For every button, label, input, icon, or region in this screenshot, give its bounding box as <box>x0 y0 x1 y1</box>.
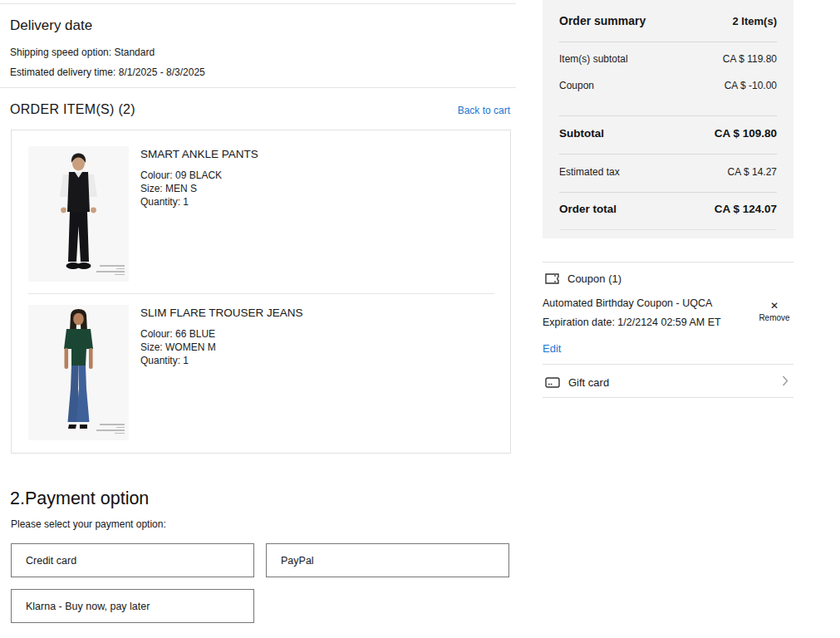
order-items-card: SMART ANKLE PANTS Colour: 09 BLACK Size:… <box>11 130 511 454</box>
gift-card-row[interactable]: Gift card <box>543 369 793 395</box>
coupon-title: Coupon (1) <box>567 272 621 285</box>
order-item-row: SLIM FLARE TROUSER JEANS Colour: 66 BLUE… <box>12 294 510 454</box>
summary-value: CA $ 119.80 <box>723 53 777 65</box>
item-info: SLIM FLARE TROUSER JEANS Colour: 66 BLUE… <box>140 305 303 440</box>
divider <box>559 192 777 193</box>
item-size: Size: WOMEN M <box>140 341 303 354</box>
close-icon: ✕ <box>754 301 794 311</box>
summary-label: Coupon <box>559 80 594 91</box>
payment-option-credit-card[interactable]: Credit card <box>11 543 254 577</box>
image-caption-lines <box>96 265 125 275</box>
back-to-cart-link[interactable]: Back to cart <box>458 105 510 116</box>
estimated-delivery-text: Estimated delivery time: 8/1/2025 - 8/3/… <box>10 66 205 78</box>
divider <box>559 154 777 155</box>
female-model-illustration <box>28 305 129 440</box>
item-quantity: Quantity: 1 <box>140 354 303 367</box>
checkout-page: Delivery date Shipping speed option: Sta… <box>0 0 840 638</box>
chevron-right-icon <box>782 375 788 390</box>
order-summary-title: Order summary <box>559 14 646 27</box>
item-name: SMART ANKLE PANTS <box>140 148 258 160</box>
payment-option-label: Klarna - Buy now, pay later <box>26 601 150 612</box>
summary-row-estimated-tax: Estimated tax CA $ 14.27 <box>559 166 777 178</box>
item-colour: Colour: 09 BLACK <box>140 169 258 182</box>
delivery-date-title: Delivery date <box>10 17 92 34</box>
order-items-title: ORDER ITEM(S) (2) <box>10 102 135 117</box>
summary-value: CA $ -10.00 <box>725 80 777 91</box>
gift-card-icon <box>545 377 560 388</box>
coupon-ticket-icon <box>545 273 559 284</box>
coupon-name: Automated Birthday Coupon - UQCA <box>543 297 712 309</box>
item-colour: Colour: 66 BLUE <box>140 327 303 341</box>
divider <box>0 87 516 88</box>
payment-option-title: 2.Payment option <box>10 488 149 509</box>
divider <box>559 42 777 42</box>
payment-option-label: Credit card <box>26 555 76 567</box>
summary-value: CA $ 14.27 <box>728 166 777 178</box>
summary-label: Order total <box>559 203 616 215</box>
shipping-speed-text: Shipping speed option: Standard <box>10 47 155 58</box>
summary-row-subtotal: Subtotal CA $ 109.80 <box>559 127 777 140</box>
image-caption-lines <box>96 424 125 434</box>
summary-row-coupon: Coupon CA $ -10.00 <box>559 80 777 91</box>
payment-option-paypal[interactable]: PayPal <box>266 543 509 577</box>
product-image-slim-flare-trouser-jeans <box>28 305 129 440</box>
divider <box>0 3 516 4</box>
summary-row-items-subtotal: Item(s) subtotal CA $ 119.80 <box>559 53 777 65</box>
summary-label: Subtotal <box>559 127 604 140</box>
item-info: SMART ANKLE PANTS Colour: 09 BLACK Size:… <box>140 146 258 282</box>
divider <box>559 229 777 230</box>
remove-label: Remove <box>754 313 794 322</box>
divider <box>559 115 777 116</box>
divider <box>543 364 793 365</box>
item-name: SLIM FLARE TROUSER JEANS <box>140 307 303 319</box>
coupon-header: Coupon (1) <box>545 272 621 285</box>
order-summary-header: Order summary 2 Item(s) <box>559 14 777 27</box>
divider <box>543 397 793 398</box>
item-size: Size: MEN S <box>140 182 258 195</box>
divider <box>543 262 793 263</box>
payment-option-label: PayPal <box>281 555 314 567</box>
coupon-expiration: Expiration date: 1/2/2124 02:59 AM ET <box>543 317 721 328</box>
product-image-smart-ankle-pants <box>28 146 129 282</box>
item-quantity: Quantity: 1 <box>140 195 258 209</box>
summary-label: Item(s) subtotal <box>559 53 628 65</box>
order-summary-panel: Order summary 2 Item(s) Item(s) subtotal… <box>543 0 793 238</box>
summary-value: CA $ 109.80 <box>715 127 777 140</box>
payment-option-subtitle: Please select your payment option: <box>11 518 166 530</box>
summary-row-order-total: Order total CA $ 124.07 <box>559 203 777 215</box>
order-item-row: SMART ANKLE PANTS Colour: 09 BLACK Size:… <box>12 130 510 293</box>
summary-value: CA $ 124.07 <box>715 203 777 215</box>
gift-card-label: Gift card <box>568 376 609 389</box>
summary-label: Estimated tax <box>559 166 620 178</box>
male-model-illustration <box>28 146 129 282</box>
remove-coupon-button[interactable]: ✕ Remove <box>754 301 794 322</box>
edit-coupon-link[interactable]: Edit <box>543 342 561 355</box>
payment-option-klarna[interactable]: Klarna - Buy now, pay later <box>11 589 254 623</box>
order-summary-item-count: 2 Item(s) <box>733 15 777 27</box>
